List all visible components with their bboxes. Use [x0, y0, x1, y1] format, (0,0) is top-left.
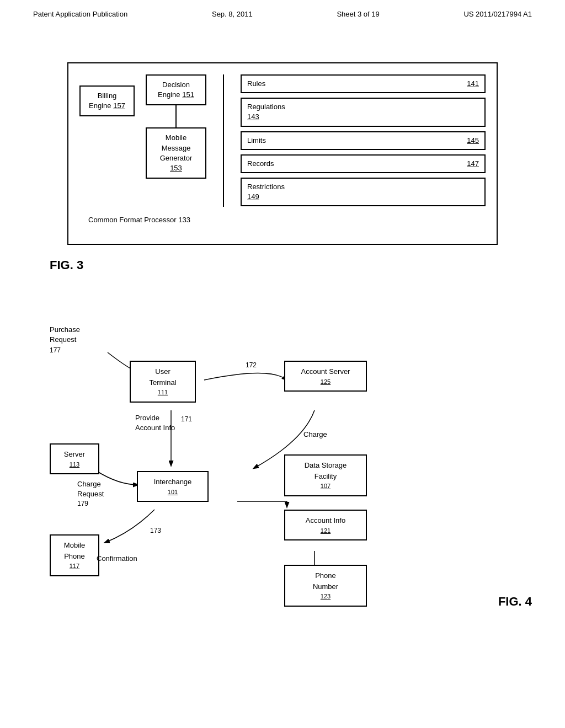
arrow172-label: 172 [246, 361, 257, 370]
restrictions-label: Restrictions [247, 183, 285, 191]
page-header: Patent Application Publication Sep. 8, 2… [0, 0, 565, 18]
mobile-message-ref: 153 [170, 164, 182, 172]
server-box: Server 113 [50, 443, 99, 474]
account-info-ref: 121 [293, 526, 358, 536]
mobile-phone-ref: 117 [58, 561, 90, 571]
provide-account-info-text: Provide Account Info [135, 413, 175, 433]
fig4-label: FIG. 4 [498, 595, 532, 609]
records-label: Records [247, 159, 274, 169]
purchase-request-text: Purchase Request 177 [50, 325, 80, 355]
billing-engine-ref: 157 [113, 101, 125, 110]
regulations-ref: 143 [247, 113, 259, 121]
header-center: Sep. 8, 2011 [212, 10, 253, 18]
phone-number-label: Phone Number [293, 570, 358, 592]
fig4-arrows [33, 295, 532, 614]
data-storage-label: Data Storage Facility [293, 460, 358, 481]
phone-number-box: Phone Number 123 [284, 565, 367, 607]
account-info-label: Account Info [293, 515, 358, 526]
mobile-message-label: Mobile Message Generator [160, 133, 193, 162]
rules-ref: 141 [467, 79, 479, 89]
fig3-divider [223, 74, 224, 207]
charge-request-label: Charge Request [77, 479, 104, 499]
server-ref: 113 [58, 460, 90, 469]
interchange-box: Interchange 101 [137, 471, 209, 502]
arrow171-label: 171 [181, 415, 192, 424]
mobile-phone-label: Mobile Phone [58, 540, 90, 561]
records-ref: 147 [467, 159, 479, 169]
common-format-ref: 133 [178, 216, 190, 224]
data-storage-ref: 107 [293, 481, 358, 491]
fig4-diagram: Purchase Request 177 User Terminal 111 A… [33, 295, 532, 614]
header-left: Patent Application Publication [33, 10, 127, 18]
charge-request-ref: 179 [77, 499, 104, 508]
main-content: Billing Engine 157 Decision Engine 151 M… [0, 18, 565, 636]
user-terminal-label: User Terminal [138, 366, 187, 388]
header-right: US 2011/0217994 A1 [463, 10, 532, 18]
arrow173-label: 173 [150, 526, 161, 536]
purchase-request-label: Purchase Request [50, 325, 80, 345]
billing-engine-label: Billing Engine [89, 92, 116, 110]
mobile-phone-box: Mobile Phone 117 [50, 534, 99, 576]
decision-engine-box: Decision Engine 151 [146, 74, 206, 105]
interchange-ref: 101 [146, 488, 200, 497]
limits-label: Limits [247, 136, 266, 146]
regulations-label: Regulations [247, 103, 285, 111]
user-terminal-box: User Terminal 111 [130, 361, 196, 403]
provide-account-info-label: Provide Account Info [135, 413, 175, 433]
rules-label: Rules [247, 79, 265, 89]
limits-box: Limits 145 [241, 131, 486, 150]
billing-engine-box: Billing Engine 157 [79, 85, 135, 116]
purchase-request-ref: 177 [50, 346, 80, 355]
phone-number-ref: 123 [293, 592, 358, 601]
regulations-box: Regulations143 [241, 98, 486, 126]
server-label: Server [58, 449, 90, 460]
header-sheet: Sheet 3 of 19 [337, 10, 379, 18]
account-info-box: Account Info 121 [284, 510, 367, 540]
interchange-label: Interchange [146, 477, 200, 488]
fig3-diagram: Billing Engine 157 Decision Engine 151 M… [67, 62, 498, 245]
common-format-label: Common Format Processor [88, 216, 177, 224]
restrictions-box: Restrictions149 [241, 178, 486, 206]
charge-request-text: Charge Request 179 [77, 479, 104, 508]
vert-line-1 [175, 105, 177, 127]
records-box: Records 147 [241, 154, 486, 173]
rules-box: Rules 141 [241, 74, 486, 93]
account-server-label: Account Server [293, 366, 358, 377]
limits-ref: 145 [467, 136, 479, 146]
account-server-ref: 125 [293, 377, 358, 387]
account-server-box: Account Server 125 [284, 361, 367, 392]
user-terminal-ref: 111 [138, 388, 187, 397]
charge-label: Charge [303, 430, 327, 440]
common-format-text: Common Format Processor 133 [79, 212, 486, 227]
fig3-label: FIG. 3 [50, 258, 83, 272]
confirmation-label: Confirmation [97, 554, 137, 564]
data-storage-box: Data Storage Facility 107 [284, 454, 367, 496]
mobile-message-box: Mobile Message Generator153 [146, 127, 206, 179]
decision-engine-ref: 151 [182, 90, 194, 99]
restrictions-ref: 149 [247, 192, 259, 201]
